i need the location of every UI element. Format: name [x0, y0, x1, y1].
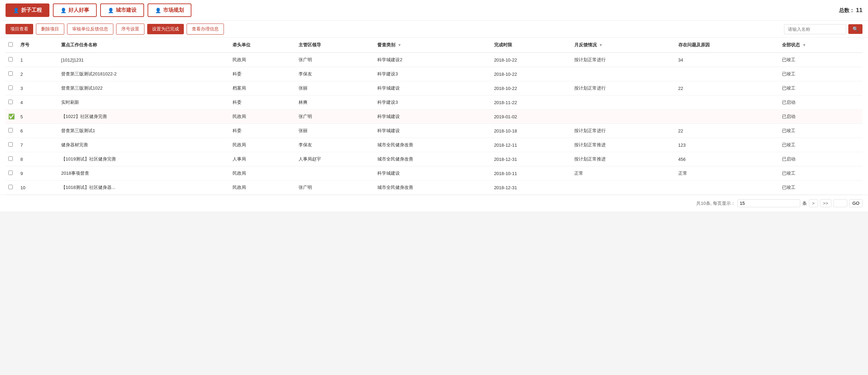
row-name: 【1022】社区健身完善	[58, 110, 230, 124]
search-button[interactable]: 🔍	[848, 24, 862, 34]
row-checkbox-cell	[6, 166, 18, 181]
tab-zhezi[interactable]: 👤 折子工程	[6, 3, 49, 17]
row-unit: 人事局	[230, 152, 296, 166]
row-checkbox[interactable]	[8, 185, 13, 189]
row-checkbox[interactable]	[8, 100, 13, 104]
row-name: 督查第三版测试1022	[58, 81, 230, 95]
page-jump-input[interactable]	[833, 199, 847, 207]
row-unit: 民政局	[230, 181, 296, 195]
tab-chengshi-icon: 👤	[108, 8, 114, 13]
row-seq: 4	[18, 95, 58, 110]
row-checkbox-cell	[6, 95, 18, 110]
row-status: 已启动	[779, 110, 862, 124]
row-checkbox-cell	[6, 181, 18, 195]
go-button[interactable]: GO	[849, 199, 862, 207]
table-row: 8 【1019测试】社区健身完善 人事局 人事局赵宇 城市全民健身改善 2018…	[6, 152, 862, 166]
tab-shichang[interactable]: 👤 市场规划	[148, 3, 191, 17]
tab-zhezi-icon: 👤	[13, 8, 19, 13]
row-checkbox-cell	[6, 67, 18, 81]
page-last-btn[interactable]: >>	[820, 199, 831, 207]
select-all-checkbox[interactable]	[8, 42, 13, 47]
header-category[interactable]: 督查类别 ▼	[375, 38, 491, 53]
row-unit: 民政局	[230, 138, 296, 152]
page-next-btn[interactable]: >	[809, 199, 818, 207]
table-row: 10 【1018测试】社区健身器... 民政局 张广明 城市全民健身改善 201…	[6, 181, 862, 195]
table-row: 9 2018事项督查 民政局 科学城建设 2018-10-11 正常 正常 已竣…	[6, 166, 862, 181]
row-checkbox[interactable]	[8, 156, 13, 161]
tab-haoren[interactable]: 👤 好人好事	[53, 3, 97, 17]
header-feedback[interactable]: 月反馈情况 ▼	[572, 38, 676, 53]
row-checkbox[interactable]	[8, 142, 13, 147]
row-status: 已竣工	[779, 181, 862, 195]
row-name: 实时刷新	[58, 95, 230, 110]
total-value: 11	[856, 7, 862, 13]
row-name: 【1019测试】社区健身完善	[58, 152, 230, 166]
row-issues	[676, 110, 780, 124]
header-name: 重点工作任务名称	[58, 38, 230, 53]
table-row: 4 实时刷新 科委 林爽 科学建设3 2018-11-22 已启动	[6, 95, 862, 110]
row-feedback: 按计划正常进行	[572, 81, 676, 95]
row-checkbox[interactable]	[8, 85, 13, 90]
btn-review-feedback[interactable]: 审核单位反馈信息	[67, 24, 113, 35]
row-checkbox-cell	[6, 138, 18, 152]
row-seq: 9	[18, 166, 58, 181]
row-issues	[676, 67, 780, 81]
row-name: 2018事项督查	[58, 166, 230, 181]
row-unit: 科委	[230, 67, 296, 81]
row-unit: 科委	[230, 95, 296, 110]
row-deadline: 2018-10-11	[491, 166, 572, 181]
row-category: 城市全民健身改善	[375, 181, 491, 195]
row-seq: 10	[18, 181, 58, 195]
row-status: 已竣工	[779, 138, 862, 152]
btn-project-view[interactable]: 项目查看	[6, 24, 33, 34]
header-deadline: 完成时限	[491, 38, 572, 53]
row-deadline: 2018-12-31	[491, 181, 572, 195]
table-row: 7 健身器材完善 民政局 李保友 城市全民健身改善 2018-12-11 按计划…	[6, 138, 862, 152]
btn-delete-project[interactable]: 删除项目	[36, 24, 64, 35]
search-input[interactable]	[784, 24, 846, 34]
table-row: 2 督查第三版测试20181022-2 科委 李保友 科学建设3 2018-10…	[6, 67, 862, 81]
row-status: 已竣工	[779, 124, 862, 138]
row-leader: 张丽	[296, 124, 375, 138]
btn-view-info[interactable]: 查看办理信息	[187, 24, 224, 35]
row-category: 科学城建设	[375, 81, 491, 95]
row-seq: 3	[18, 81, 58, 95]
row-checkbox[interactable]	[8, 171, 13, 175]
row-issues: 22	[676, 124, 780, 138]
table-row: 3 督查第三版测试1022 档案局 张丽 科学城建设 2018-10-22 按计…	[6, 81, 862, 95]
row-name: 督查第三版测试1	[58, 124, 230, 138]
page-size-input[interactable]	[737, 199, 800, 207]
row-leader: 张广明	[296, 181, 375, 195]
row-deadline: 2018-10-22	[491, 81, 572, 95]
row-checkbox[interactable]	[8, 71, 13, 76]
row-category: 城市全民健身改善	[375, 152, 491, 166]
row-feedback: 正常	[572, 166, 676, 181]
header-leader: 主管区领导	[296, 38, 375, 53]
row-checkbox-cell: ✅	[6, 110, 18, 124]
table-row: ✅ 5 【1022】社区健身完善 民政局 张广明 科学城建设 2019-01-0…	[6, 110, 862, 124]
row-leader: 人事局赵宇	[296, 152, 375, 166]
row-seq: 6	[18, 124, 58, 138]
btn-set-complete[interactable]: 设置为已完成	[147, 24, 184, 34]
row-seq: 2	[18, 67, 58, 81]
row-leader: 林爽	[296, 95, 375, 110]
row-seq: 5	[18, 110, 58, 124]
row-deadline: 2018-10-22	[491, 67, 572, 81]
category-sort-icon: ▼	[398, 43, 402, 47]
header-status[interactable]: 全部状态 ▼	[779, 38, 862, 53]
btn-seq-setting[interactable]: 序号设置	[116, 24, 144, 35]
row-deadline: 2018-12-11	[491, 138, 572, 152]
status-sort-icon: ▼	[802, 43, 806, 47]
row-leader: 李保友	[296, 138, 375, 152]
row-checkbox-checked[interactable]: ✅	[8, 113, 15, 119]
tab-zhezi-label: 折子工程	[21, 7, 42, 13]
row-leader	[296, 166, 375, 181]
row-checkbox-cell	[6, 152, 18, 166]
row-checkbox[interactable]	[8, 128, 13, 132]
tab-chengshi[interactable]: 👤 城市建设	[100, 3, 144, 17]
row-unit: 档案局	[230, 81, 296, 95]
table-row: 1 [1012]1231 民政局 张广明 科学城建设2 2018-10-22 按…	[6, 53, 862, 67]
row-leader: 李保友	[296, 67, 375, 81]
row-status: 已竣工	[779, 166, 862, 181]
row-checkbox[interactable]	[8, 57, 13, 62]
